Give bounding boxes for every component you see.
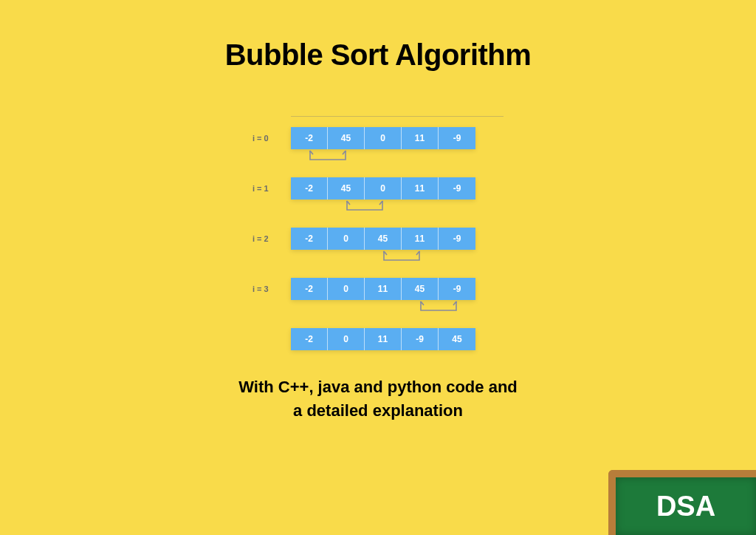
subtitle-line1: With C++, java and python code and (238, 378, 518, 396)
array-cell: -2 (291, 278, 328, 300)
array-cell: 45 (365, 228, 402, 250)
swap-arrow-icon (346, 200, 383, 216)
array-cell: 45 (328, 127, 365, 149)
array-cells: -245011-9 (291, 127, 475, 149)
array-cell: -9 (402, 328, 439, 350)
array-cell: -9 (439, 228, 475, 250)
swap-arrow-icon (420, 300, 457, 316)
iteration-label: i = 2 (252, 234, 291, 243)
iteration-label: i = 1 (252, 184, 291, 193)
array-cell: 0 (328, 328, 365, 350)
array-row: i = 2-204511-9 (252, 228, 504, 250)
swap-arrow-icon (383, 250, 420, 266)
array-cell: -9 (439, 127, 475, 149)
array-cell: 11 (402, 228, 439, 250)
iteration-label: i = 0 (252, 134, 291, 143)
array-cells: -204511-9 (291, 228, 475, 250)
dsa-badge: DSA (608, 470, 756, 535)
array-row: i = 1-245011-9 (252, 177, 504, 200)
array-row: -2011-945 (252, 328, 504, 350)
array-row: i = 3-201145-9 (252, 278, 504, 300)
array-cells: -2011-945 (291, 328, 475, 350)
bubble-sort-diagram: i = 0-245011-9i = 1-245011-9i = 2-204511… (252, 116, 504, 350)
array-cell: 0 (365, 177, 402, 200)
array-cells: -245011-9 (291, 177, 475, 200)
swap-arrow-icon (309, 149, 346, 166)
subtitle-line2: a detailed explanation (293, 401, 463, 420)
array-cell: -2 (291, 228, 328, 250)
array-cells: -201145-9 (291, 278, 475, 300)
array-cell: -9 (439, 177, 475, 200)
array-cell: 11 (365, 328, 402, 350)
subtitle: With C++, java and python code and a det… (0, 375, 756, 423)
array-cell: 45 (328, 177, 365, 200)
array-cell: -9 (439, 278, 475, 300)
array-cell: -2 (291, 328, 328, 350)
array-cell: 0 (328, 228, 365, 250)
array-cell: 45 (402, 278, 439, 300)
array-cell: 11 (402, 177, 439, 200)
iteration-label: i = 3 (252, 284, 291, 293)
array-cell: 45 (439, 328, 475, 350)
array-cell: 11 (365, 278, 402, 300)
badge-label: DSA (656, 491, 715, 522)
page-title: Bubble Sort Algorithm (0, 0, 756, 72)
array-cell: 11 (402, 127, 439, 149)
array-cell: -2 (291, 177, 328, 200)
array-cell: 0 (328, 278, 365, 300)
array-cell: -2 (291, 127, 328, 149)
array-cell: 0 (365, 127, 402, 149)
divider (291, 116, 504, 117)
array-row: i = 0-245011-9 (252, 127, 504, 149)
